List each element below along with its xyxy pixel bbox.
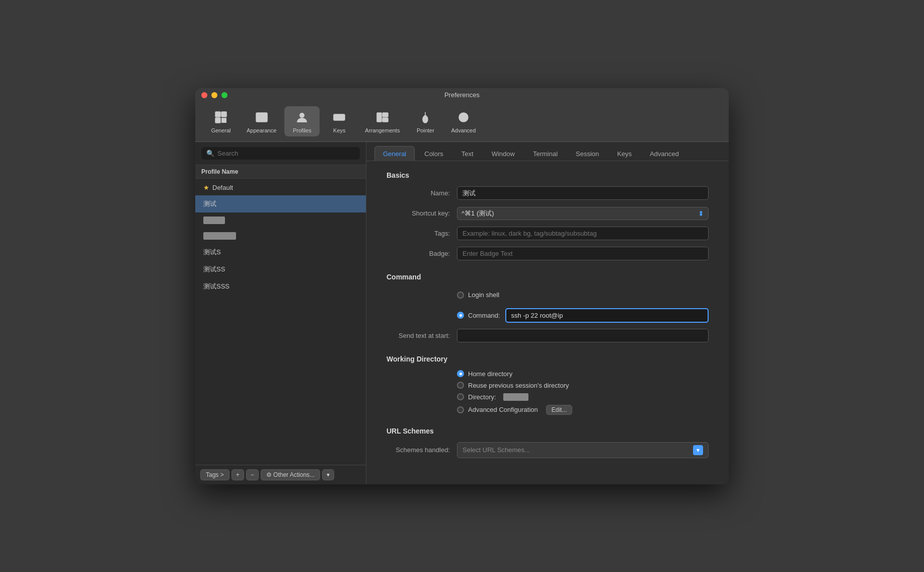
url-select-wrap[interactable]: Select URL Schemes... ▾: [457, 442, 709, 458]
svg-rect-14: [382, 113, 388, 117]
toolbar-label-keys: Keys: [333, 127, 345, 133]
send-text-input[interactable]: [457, 329, 709, 342]
command-radio[interactable]: [457, 312, 464, 319]
reuse-dir-radio[interactable]: [457, 382, 464, 389]
toolbar-item-pointer[interactable]: Pointer: [408, 106, 443, 136]
remove-icon: −: [251, 471, 254, 478]
tags-input[interactable]: [457, 227, 709, 240]
shortcut-value: ^⌘1 (测试) ⬍: [457, 207, 709, 220]
svg-rect-1: [221, 112, 226, 117]
svg-rect-9: [335, 116, 337, 117]
svg-rect-10: [338, 116, 339, 117]
login-shell-value: Login shell: [457, 291, 709, 299]
tab-window[interactable]: Window: [483, 146, 523, 161]
svg-rect-11: [340, 116, 342, 117]
advanced-config-row: Advanced Configuration Edit...: [457, 405, 709, 415]
profiles-icon: [294, 109, 310, 125]
shortcut-select-input[interactable]: ^⌘1 (测试): [461, 209, 695, 217]
appearance-icon: [254, 109, 270, 125]
profile-item-ceshi[interactable]: 测试: [195, 195, 366, 212]
send-text-row: Send text at start:: [387, 329, 709, 343]
url-schemes-section: URL Schemes Schemes handled: Select URL …: [387, 427, 709, 458]
shortcut-select[interactable]: ^⌘1 (测试) ⬍: [457, 207, 709, 220]
svg-rect-3: [221, 118, 226, 123]
toolbar-item-keys[interactable]: Keys: [322, 106, 357, 136]
advanced-config-edit-button[interactable]: Edit...: [546, 405, 573, 415]
command-title: Command: [387, 273, 709, 281]
name-value: [457, 186, 709, 200]
minimize-button[interactable]: [211, 92, 217, 98]
toolbar-item-profiles[interactable]: Profiles: [284, 106, 320, 136]
basics-title: Basics: [387, 171, 709, 179]
toolbar-item-general[interactable]: General: [203, 106, 239, 136]
tab-advanced[interactable]: Advanced: [641, 146, 687, 161]
schemes-row: Schemes handled: Select URL Schemes... ▾: [387, 442, 709, 458]
titlebar: Preferences: [195, 88, 729, 102]
advanced-icon: [455, 109, 472, 125]
custom-dir-radio[interactable]: [457, 393, 464, 400]
badge-value: [457, 247, 709, 260]
send-text-value: [457, 329, 709, 342]
add-profile-button[interactable]: +: [232, 469, 244, 480]
name-input[interactable]: [457, 186, 709, 200]
svg-point-18: [424, 115, 426, 117]
command-input[interactable]: [505, 308, 709, 323]
actions-dropdown-button[interactable]: ▾: [322, 469, 334, 480]
badge-input[interactable]: [457, 247, 709, 260]
tab-session[interactable]: Session: [567, 146, 607, 161]
home-dir-radio[interactable]: [457, 370, 464, 377]
toolbar-item-arrangements[interactable]: Arrangements: [359, 106, 406, 136]
keys-icon: [331, 109, 347, 125]
profile-label-ceshi: 测试: [203, 199, 216, 208]
tab-keys[interactable]: Keys: [608, 146, 640, 161]
profile-label-ceshiS: 测试S: [203, 248, 221, 257]
toolbar-label-profiles: Profiles: [293, 127, 312, 133]
maximize-button[interactable]: [221, 92, 227, 98]
home-dir-row: Home directory: [457, 370, 709, 378]
login-shell-row: Login shell: [387, 288, 709, 302]
tags-label: Tags >: [206, 471, 224, 478]
svg-rect-0: [215, 112, 220, 117]
profile-item-blurred2[interactable]: [195, 228, 366, 244]
svg-rect-8: [334, 114, 345, 120]
svg-point-20: [461, 115, 465, 119]
profile-item-default[interactable]: ★ Default: [195, 180, 366, 195]
url-select-input[interactable]: Select URL Schemes...: [463, 446, 693, 454]
search-input[interactable]: [217, 150, 355, 157]
name-field-row: Name:: [387, 186, 709, 200]
search-icon: 🔍: [206, 150, 214, 157]
advanced-config-radio[interactable]: [457, 406, 464, 413]
command-section: Command Login shell: [387, 273, 709, 343]
custom-dir-value: [503, 393, 529, 401]
search-input-wrap[interactable]: 🔍: [201, 147, 360, 160]
tab-general[interactable]: General: [374, 146, 415, 161]
sidebar: 🔍 Profile Name ★ Default 测试: [195, 142, 366, 484]
tab-terminal[interactable]: Terminal: [524, 146, 566, 161]
other-actions-label: ⚙ Other Actions...: [266, 471, 315, 478]
url-chevron-icon[interactable]: ▾: [693, 445, 703, 455]
tab-text[interactable]: Text: [453, 146, 482, 161]
profile-item-ceshiS[interactable]: 测试S: [195, 244, 366, 261]
tags-label: Tags:: [387, 230, 457, 237]
pointer-icon: [417, 109, 433, 125]
login-shell-radio[interactable]: [457, 292, 464, 299]
content-area: Basics Name: Shortcut key:: [366, 161, 729, 484]
profile-list: ★ Default 测试: [195, 179, 366, 465]
profile-item-ceshiSS[interactable]: 测试SS: [195, 261, 366, 278]
profile-item-blurred1[interactable]: [195, 212, 366, 228]
tags-button[interactable]: Tags >: [200, 469, 229, 480]
traffic-lights: [201, 92, 227, 98]
advanced-config-label: Advanced Configuration: [468, 406, 538, 413]
tags-value: [457, 227, 709, 240]
svg-rect-13: [377, 113, 381, 122]
profile-list-header: Profile Name: [195, 165, 366, 179]
close-button[interactable]: [201, 92, 207, 98]
profile-label-blurred1: [203, 217, 225, 224]
profile-item-ceshiSSS[interactable]: 测试SSS: [195, 278, 366, 295]
remove-profile-button[interactable]: −: [246, 469, 259, 480]
tab-colors[interactable]: Colors: [416, 146, 452, 161]
login-shell-radio-row: Login shell: [457, 291, 709, 299]
other-actions-button[interactable]: ⚙ Other Actions...: [261, 469, 320, 480]
toolbar-item-advanced[interactable]: Advanced: [445, 106, 482, 136]
toolbar-item-appearance[interactable]: Appearance: [241, 106, 282, 136]
